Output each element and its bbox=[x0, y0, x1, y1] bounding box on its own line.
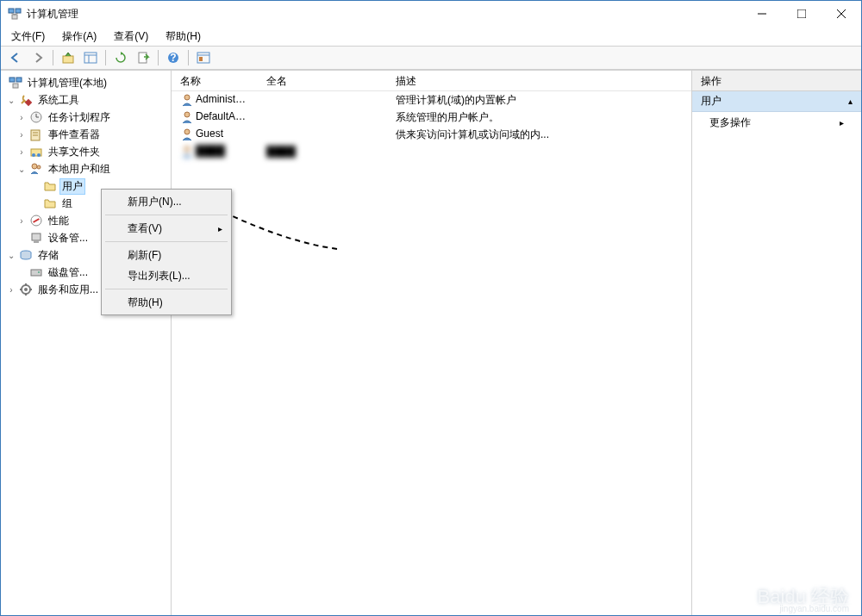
cell-fullname: ████ bbox=[258, 146, 387, 158]
ctx-new-user[interactable]: 新用户(N)... bbox=[103, 191, 229, 212]
device-icon bbox=[29, 231, 43, 245]
menu-view[interactable]: 查看(V) bbox=[110, 28, 152, 46]
svg-rect-10 bbox=[84, 53, 97, 63]
nav-tree[interactable]: 计算机管理(本地) ⌄ 系统工具 › 任务计划程序 › 事件查看器 › 共享文件… bbox=[1, 71, 172, 615]
collapse-icon[interactable]: ⌄ bbox=[16, 165, 27, 174]
up-button[interactable] bbox=[59, 48, 78, 67]
col-fullname[interactable]: 全名 bbox=[258, 71, 387, 90]
list-body[interactable]: Administrat...管理计算机(域)的内置帐户DefaultAcc...… bbox=[172, 91, 691, 615]
svg-rect-2 bbox=[12, 15, 17, 19]
export-button[interactable] bbox=[134, 48, 153, 67]
submenu-icon: ▸ bbox=[218, 224, 222, 233]
help-button[interactable]: ? bbox=[164, 48, 183, 67]
svg-rect-1 bbox=[16, 9, 21, 13]
show-hide-tree-button[interactable] bbox=[81, 48, 100, 67]
col-name[interactable]: 名称 bbox=[172, 71, 258, 90]
ctx-refresh[interactable]: 刷新(F) bbox=[103, 245, 229, 265]
tree-root[interactable]: 计算机管理(本地) bbox=[3, 74, 169, 91]
menu-help[interactable]: 帮助(H) bbox=[162, 28, 204, 46]
tools-icon bbox=[19, 93, 33, 107]
svg-rect-19 bbox=[9, 78, 15, 82]
svg-point-42 bbox=[24, 288, 28, 291]
svg-text:?: ? bbox=[170, 52, 176, 64]
svg-rect-36 bbox=[32, 233, 41, 240]
svg-point-43 bbox=[184, 95, 190, 100]
svg-rect-22 bbox=[25, 99, 32, 106]
folder-icon bbox=[43, 196, 57, 210]
app-icon bbox=[8, 7, 22, 21]
svg-point-31 bbox=[37, 153, 41, 157]
svg-point-45 bbox=[184, 129, 190, 134]
actions-group-users[interactable]: 用户 ▴ bbox=[692, 91, 861, 112]
computer-icon bbox=[9, 76, 22, 90]
menubar: 文件(F) 操作(A) 查看(V) 帮助(H) bbox=[1, 27, 861, 46]
expand-icon[interactable]: › bbox=[16, 216, 27, 226]
properties-button[interactable] bbox=[194, 48, 213, 67]
services-icon bbox=[19, 283, 33, 296]
cell-name: Administrat... bbox=[172, 93, 258, 107]
svg-rect-39 bbox=[31, 270, 41, 276]
cell-desc: 供来宾访问计算机或访问域的内... bbox=[387, 128, 691, 142]
tree-shared-folders[interactable]: › 共享文件夹 bbox=[3, 143, 169, 160]
tree-local-users-groups[interactable]: ⌄ 本地用户和组 bbox=[3, 160, 169, 177]
clock-icon bbox=[29, 110, 43, 124]
collapse-icon[interactable]: ⌄ bbox=[6, 251, 16, 260]
list-header: 名称 全名 描述 bbox=[172, 71, 691, 91]
svg-point-33 bbox=[37, 165, 41, 169]
list-row[interactable]: DefaultAcc...系统管理的用户帐户。 bbox=[172, 109, 691, 126]
collapse-icon[interactable]: ⌄ bbox=[6, 96, 16, 105]
expand-icon[interactable]: › bbox=[6, 285, 16, 295]
content-area: 计算机管理(本地) ⌄ 系统工具 › 任务计划程序 › 事件查看器 › 共享文件… bbox=[1, 70, 861, 615]
expand-icon[interactable]: › bbox=[16, 113, 27, 122]
tree-task-scheduler[interactable]: › 任务计划程序 bbox=[3, 109, 169, 126]
storage-icon bbox=[19, 248, 33, 262]
tree-system-tools[interactable]: ⌄ 系统工具 bbox=[3, 91, 169, 109]
forward-button[interactable] bbox=[28, 48, 47, 67]
ctx-view[interactable]: 查看(V)▸ bbox=[103, 218, 229, 239]
toolbar: ? bbox=[1, 46, 861, 70]
svg-rect-18 bbox=[199, 57, 203, 61]
refresh-button[interactable] bbox=[111, 48, 130, 67]
cell-desc: 管理计算机(域)的内置帐户 bbox=[387, 93, 691, 108]
shared-icon bbox=[29, 145, 43, 159]
main-panel: 名称 全名 描述 Administrat...管理计算机(域)的内置帐户Defa… bbox=[172, 71, 692, 615]
tree-event-viewer[interactable]: › 事件查看器 bbox=[3, 126, 169, 143]
svg-point-40 bbox=[38, 271, 40, 273]
col-desc[interactable]: 描述 bbox=[387, 71, 691, 90]
perf-icon bbox=[29, 214, 43, 227]
actions-header: 操作 bbox=[692, 71, 861, 91]
context-menu: 新用户(N)... 查看(V)▸ 刷新(F) 导出列表(L)... 帮助(H) bbox=[101, 189, 232, 315]
folder-icon bbox=[43, 179, 57, 193]
menu-action[interactable]: 操作(A) bbox=[59, 28, 100, 46]
svg-rect-13 bbox=[139, 53, 147, 63]
ctx-export[interactable]: 导出列表(L)... bbox=[103, 265, 229, 286]
list-row[interactable]: ████████ bbox=[172, 143, 691, 160]
list-row[interactable]: Administrat...管理计算机(域)的内置帐户 bbox=[172, 91, 691, 109]
cell-desc: 系统管理的用户帐户。 bbox=[387, 110, 691, 125]
submenu-icon: ▸ bbox=[840, 118, 844, 128]
collapse-icon: ▴ bbox=[848, 96, 853, 106]
svg-point-30 bbox=[32, 153, 35, 157]
svg-rect-37 bbox=[34, 240, 39, 243]
expand-icon[interactable]: › bbox=[16, 147, 27, 157]
svg-point-32 bbox=[32, 164, 37, 169]
svg-rect-20 bbox=[16, 78, 22, 82]
svg-point-44 bbox=[184, 112, 190, 117]
svg-rect-6 bbox=[797, 9, 806, 18]
maximize-button[interactable] bbox=[782, 1, 821, 27]
close-button[interactable] bbox=[821, 1, 861, 27]
back-button[interactable] bbox=[6, 48, 25, 67]
expand-icon[interactable]: › bbox=[16, 130, 27, 140]
menu-file[interactable]: 文件(F) bbox=[8, 28, 48, 46]
titlebar: 计算机管理 bbox=[1, 1, 861, 27]
users-groups-icon bbox=[29, 162, 43, 176]
actions-more[interactable]: 更多操作 ▸ bbox=[692, 112, 861, 134]
window-title: 计算机管理 bbox=[27, 7, 742, 22]
list-row[interactable]: Guest供来宾访问计算机或访问域的内... bbox=[172, 126, 691, 143]
svg-rect-9 bbox=[63, 56, 73, 63]
disk-icon bbox=[29, 265, 43, 279]
ctx-help[interactable]: 帮助(H) bbox=[103, 292, 229, 313]
cell-name: ████ bbox=[172, 145, 258, 159]
event-icon bbox=[29, 128, 43, 141]
minimize-button[interactable] bbox=[742, 1, 782, 27]
